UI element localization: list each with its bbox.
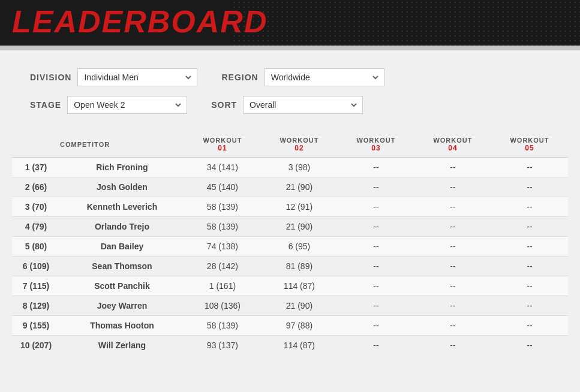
workout05-cell: -- — [491, 217, 568, 237]
workout04-cell: -- — [414, 237, 491, 257]
competitor-name[interactable]: Orlando Trejo — [60, 217, 184, 237]
competitor-column-header: COMPETITOR — [12, 132, 184, 158]
workout05-column-header: WORKOUT 05 — [491, 132, 568, 158]
stage-filter-group: STAGE Open Week 1 Open Week 2 Open Week … — [30, 96, 187, 114]
workout05-cell: -- — [491, 336, 568, 355]
workout01-cell: 58 (139) — [184, 197, 261, 217]
workout03-cell: -- — [338, 237, 414, 257]
workout01-cell: 34 (141) — [184, 158, 261, 177]
table-row: 10 (207) Will Zerlang 93 (137) 114 (87) … — [12, 336, 568, 355]
workout05-cell: -- — [491, 257, 568, 276]
workout01-cell: 58 (139) — [184, 316, 261, 336]
workout05-cell: -- — [491, 177, 568, 197]
rank-cell: 5 (80) — [12, 237, 60, 257]
workout05-cell: -- — [491, 237, 568, 257]
rank-cell: 8 (129) — [12, 296, 60, 316]
leaderboard-table: COMPETITOR WORKOUT 01 WORKOUT 02 WORKOUT… — [12, 132, 568, 355]
stage-select[interactable]: Open Week 1 Open Week 2 Open Week 3 Open… — [67, 96, 187, 114]
workout02-column-header: WORKOUT 02 — [261, 132, 338, 158]
workout03-cell: -- — [338, 336, 414, 355]
table-row: 8 (129) Joey Warren 108 (136) 21 (90) --… — [12, 296, 568, 316]
division-filter-group: DIVISION Individual Men Individual Women… — [30, 68, 197, 86]
rank-cell: 6 (109) — [12, 257, 60, 276]
competitor-name[interactable]: Joey Warren — [60, 296, 184, 316]
workout03-cell: -- — [338, 276, 414, 296]
workout01-cell: 45 (140) — [184, 177, 261, 197]
workout02-cell: 6 (95) — [261, 237, 338, 257]
workout02-cell: 81 (89) — [261, 257, 338, 276]
competitor-name[interactable]: Thomas Hooton — [60, 316, 184, 336]
main-content: DIVISION Individual Men Individual Women… — [0, 50, 580, 392]
workout05-cell: -- — [491, 276, 568, 296]
workout01-column-header: WORKOUT 01 — [184, 132, 261, 158]
rank-cell: 2 (66) — [12, 177, 60, 197]
workout01-cell: 28 (142) — [184, 257, 261, 276]
table-row: 2 (66) Josh Golden 45 (140) 21 (90) -- -… — [12, 177, 568, 197]
rank-cell: 9 (155) — [12, 316, 60, 336]
workout02-cell: 114 (87) — [261, 336, 338, 355]
filter-row-1: DIVISION Individual Men Individual Women… — [30, 68, 568, 86]
workout03-cell: -- — [338, 257, 414, 276]
workout02-cell: 21 (90) — [261, 296, 338, 316]
workout02-cell: 12 (91) — [261, 197, 338, 217]
workout01-cell: 93 (137) — [184, 336, 261, 355]
workout03-cell: -- — [338, 316, 414, 336]
table-row: 4 (79) Orlando Trejo 58 (139) 21 (90) --… — [12, 217, 568, 237]
workout04-cell: -- — [414, 257, 491, 276]
workout01-cell: 74 (138) — [184, 237, 261, 257]
workout02-cell: 97 (88) — [261, 316, 338, 336]
table-row: 7 (115) Scott Panchik 1 (161) 114 (87) -… — [12, 276, 568, 296]
rank-cell: 3 (70) — [12, 197, 60, 217]
competitor-name[interactable]: Kenneth Leverich — [60, 197, 184, 217]
region-label: REGION — [221, 73, 258, 82]
workout04-cell: -- — [414, 197, 491, 217]
competitor-name[interactable]: Will Zerlang — [60, 336, 184, 355]
workout05-cell: -- — [491, 158, 568, 177]
table-row: 5 (80) Dan Bailey 74 (138) 6 (95) -- -- … — [12, 237, 568, 257]
division-label: DIVISION — [30, 73, 71, 82]
sort-filter-group: SORT Overall Workout 01 Workout 02 Worko… — [211, 96, 363, 114]
region-select[interactable]: Worldwide North America Europe Asia Sout… — [265, 68, 384, 86]
workout02-cell: 114 (87) — [261, 276, 338, 296]
workout05-cell: -- — [491, 316, 568, 336]
division-select[interactable]: Individual Men Individual Women Masters … — [77, 68, 197, 86]
filter-row-2: STAGE Open Week 1 Open Week 2 Open Week … — [30, 96, 568, 114]
workout04-cell: -- — [414, 316, 491, 336]
workout03-cell: -- — [338, 158, 414, 177]
workout04-cell: -- — [414, 296, 491, 316]
workout01-cell: 1 (161) — [184, 276, 261, 296]
workout01-cell: 58 (139) — [184, 217, 261, 237]
workout04-cell: -- — [414, 217, 491, 237]
stage-label: STAGE — [30, 100, 61, 110]
workout01-cell: 108 (136) — [184, 296, 261, 316]
workout04-cell: -- — [414, 276, 491, 296]
filters-section: DIVISION Individual Men Individual Women… — [12, 62, 568, 126]
workout03-cell: -- — [338, 296, 414, 316]
header-dots-decoration — [232, 0, 580, 46]
competitor-name[interactable]: Rich Froning — [60, 158, 184, 177]
workout04-cell: -- — [414, 177, 491, 197]
table-row: 3 (70) Kenneth Leverich 58 (139) 12 (91)… — [12, 197, 568, 217]
rank-cell: 4 (79) — [12, 217, 60, 237]
workout02-cell: 21 (90) — [261, 217, 338, 237]
workout02-cell: 3 (98) — [261, 158, 338, 177]
competitor-name[interactable]: Dan Bailey — [60, 237, 184, 257]
table-row: 1 (37) Rich Froning 34 (141) 3 (98) -- -… — [12, 158, 568, 177]
sort-select[interactable]: Overall Workout 01 Workout 02 Workout 03… — [243, 96, 363, 114]
workout04-cell: -- — [414, 336, 491, 355]
workout03-column-header: WORKOUT 03 — [338, 132, 414, 158]
table-row: 9 (155) Thomas Hooton 58 (139) 97 (88) -… — [12, 316, 568, 336]
competitor-name[interactable]: Josh Golden — [60, 177, 184, 197]
workout05-cell: -- — [491, 197, 568, 217]
competitor-name[interactable]: Sean Thomson — [60, 257, 184, 276]
rank-cell: 10 (207) — [12, 336, 60, 355]
workout04-column-header: WORKOUT 04 — [414, 132, 491, 158]
competitor-name[interactable]: Scott Panchik — [60, 276, 184, 296]
workout04-cell: -- — [414, 158, 491, 177]
workout03-cell: -- — [338, 177, 414, 197]
workout05-cell: -- — [491, 296, 568, 316]
table-header-row: COMPETITOR WORKOUT 01 WORKOUT 02 WORKOUT… — [12, 132, 568, 158]
table-row: 6 (109) Sean Thomson 28 (142) 81 (89) --… — [12, 257, 568, 276]
workout03-cell: -- — [338, 197, 414, 217]
workout02-cell: 21 (90) — [261, 177, 338, 197]
